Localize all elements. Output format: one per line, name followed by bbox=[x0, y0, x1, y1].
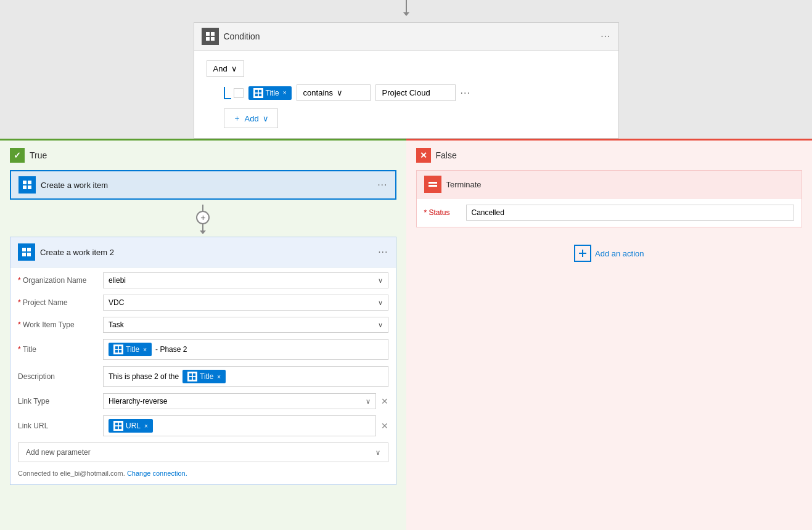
svg-rect-23 bbox=[193, 377, 195, 380]
title-tag-icon bbox=[253, 88, 263, 98]
org-name-chevron: ∨ bbox=[378, 277, 383, 285]
title-tag-text: Title bbox=[126, 345, 139, 354]
title-tag-close[interactable]: × bbox=[283, 89, 287, 96]
link-type-clear[interactable]: ✕ bbox=[381, 396, 388, 406]
url-tag-text: URL bbox=[126, 422, 141, 430]
true-label-text: True bbox=[30, 150, 47, 160]
action1-header-left: Create a work item bbox=[18, 176, 108, 194]
desc-tag-remove[interactable]: × bbox=[217, 373, 221, 380]
add-action-label: Add an action bbox=[595, 249, 644, 258]
value-input[interactable]: Project Cloud bbox=[375, 84, 456, 101]
top-connector bbox=[403, 0, 409, 16]
org-name-input[interactable]: eliebi ∨ bbox=[103, 272, 388, 288]
work-item-type-chevron: ∨ bbox=[378, 321, 383, 329]
svg-rect-11 bbox=[28, 186, 31, 189]
condition-title: Condition bbox=[224, 31, 260, 41]
terminate-card: Terminate * Status Cancelled bbox=[416, 170, 803, 227]
work-item-type-input[interactable]: Task ∨ bbox=[103, 317, 388, 333]
terminate-icon bbox=[424, 176, 441, 193]
title-label: Title bbox=[18, 345, 98, 354]
add-new-param[interactable]: Add new parameter ∨ bbox=[18, 442, 388, 462]
add-chevron: ∨ bbox=[263, 114, 269, 123]
description-title-tag[interactable]: Title × bbox=[182, 370, 226, 383]
action2-title: Create a work item 2 bbox=[40, 248, 114, 257]
title-row: Title bbox=[18, 339, 388, 360]
action1-menu[interactable]: ··· bbox=[377, 179, 387, 190]
svg-rect-8 bbox=[23, 181, 27, 184]
blue-bracket bbox=[224, 87, 231, 99]
create-work-item-1-card: Create a work item ··· bbox=[10, 170, 396, 200]
title-tag-label: Title bbox=[266, 89, 279, 97]
add-between-actions[interactable]: + bbox=[196, 211, 210, 224]
title-input[interactable]: Title × - Phase 2 bbox=[103, 339, 388, 360]
svg-rect-24 bbox=[115, 423, 118, 425]
true-badge: ✓ bbox=[10, 148, 25, 163]
url-tag-remove[interactable]: × bbox=[144, 423, 148, 430]
title-tag[interactable]: Title × bbox=[248, 86, 292, 100]
link-url-input[interactable]: URL × bbox=[103, 415, 376, 436]
work-item-type-row: Work Item Type Task ∨ bbox=[18, 317, 388, 333]
svg-rect-9 bbox=[28, 181, 31, 184]
add-action-button[interactable]: Add an action bbox=[416, 237, 803, 269]
add-button[interactable]: ＋ Add ∨ bbox=[224, 108, 278, 128]
desc-tag-text: Title bbox=[200, 372, 213, 381]
link-type-input[interactable]: Hierarchy-reverse ∨ bbox=[103, 393, 376, 409]
create-work-item-2-card: Create a work item 2 ··· Organization Na… bbox=[10, 237, 396, 485]
title-tag-remove[interactable]: × bbox=[143, 346, 147, 353]
create-work-item-2-header[interactable]: Create a work item 2 ··· bbox=[10, 237, 396, 267]
create-work-item-1-header[interactable]: Create a work item ··· bbox=[11, 171, 395, 198]
svg-rect-18 bbox=[115, 350, 118, 353]
svg-rect-31 bbox=[579, 253, 586, 254]
svg-rect-16 bbox=[115, 346, 118, 349]
link-url-clear[interactable]: ✕ bbox=[381, 421, 388, 431]
condition-header: Condition ··· bbox=[194, 23, 618, 51]
org-name-row: Organization Name eliebi ∨ bbox=[18, 272, 388, 288]
svg-rect-14 bbox=[22, 253, 26, 256]
action2-header-left: Create a work item 2 bbox=[18, 243, 114, 261]
description-input[interactable]: This is phase 2 of the bbox=[103, 366, 388, 387]
link-type-label: Link Type bbox=[18, 397, 98, 406]
add-plus: ＋ bbox=[233, 113, 241, 124]
terminate-body: * Status Cancelled bbox=[417, 198, 802, 227]
form-body: Organization Name eliebi ∨ Project Name … bbox=[10, 267, 396, 484]
svg-rect-12 bbox=[22, 248, 26, 251]
svg-rect-5 bbox=[258, 89, 261, 92]
svg-rect-15 bbox=[27, 253, 31, 256]
title-field-tag[interactable]: Title × bbox=[109, 343, 152, 356]
description-label: Description bbox=[18, 372, 98, 381]
svg-rect-7 bbox=[258, 93, 261, 96]
operator-dropdown[interactable]: contains ∨ bbox=[297, 84, 371, 101]
description-prefix: This is phase 2 of the bbox=[109, 372, 179, 381]
action2-menu[interactable]: ··· bbox=[378, 247, 388, 258]
add-action-icon bbox=[574, 245, 591, 262]
condition-header-left: Condition bbox=[202, 28, 260, 45]
change-connection-link[interactable]: Change connection. bbox=[127, 470, 187, 477]
condition-body: And ∨ Title × bbox=[194, 51, 618, 138]
url-tag-icon bbox=[113, 421, 123, 431]
svg-rect-10 bbox=[23, 186, 27, 189]
work-item-type-label: Work Item Type bbox=[18, 320, 98, 329]
condition-row-menu[interactable]: ··· bbox=[461, 88, 470, 99]
and-dropdown[interactable]: And ∨ bbox=[207, 60, 244, 77]
link-url-row: Link URL bbox=[18, 415, 388, 436]
svg-rect-19 bbox=[119, 350, 121, 353]
status-row: * Status Cancelled bbox=[424, 205, 795, 221]
status-input[interactable]: Cancelled bbox=[466, 205, 795, 221]
terminate-header[interactable]: Terminate bbox=[417, 171, 802, 198]
action2-icon bbox=[18, 243, 35, 261]
svg-rect-4 bbox=[255, 89, 257, 92]
branch-true-label: ✓ True bbox=[10, 141, 396, 170]
url-tag[interactable]: URL × bbox=[109, 419, 153, 433]
branch-false: ✕ False Terminate bbox=[406, 139, 813, 530]
condition-icon bbox=[202, 28, 219, 45]
add-param-chevron: ∨ bbox=[375, 449, 380, 457]
svg-rect-25 bbox=[119, 423, 121, 425]
action1-icon bbox=[18, 176, 36, 194]
condition-checkbox[interactable] bbox=[234, 88, 244, 98]
and-chevron: ∨ bbox=[231, 64, 237, 73]
connection-info: Connected to elie_bi@hotmail.com. Change… bbox=[18, 467, 388, 479]
svg-rect-29 bbox=[429, 185, 437, 187]
condition-menu[interactable]: ··· bbox=[601, 31, 610, 42]
project-name-row: Project Name VDC ∨ bbox=[18, 295, 388, 311]
project-name-input[interactable]: VDC ∨ bbox=[103, 295, 388, 311]
